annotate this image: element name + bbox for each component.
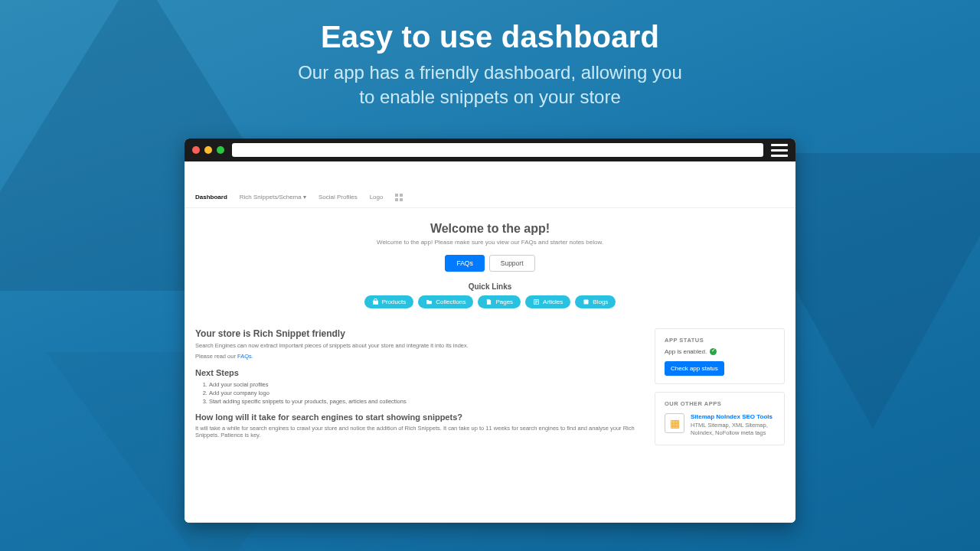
list-item: Add your social profiles [209, 381, 647, 388]
quick-link-pages[interactable]: Pages [478, 295, 521, 308]
welcome-subtext: Welcome to the app! Please make sure you… [192, 239, 788, 246]
other-apps-label: OUR OTHER APPS [665, 400, 775, 407]
check-app-status-button[interactable]: Check app status [665, 361, 724, 376]
url-bar[interactable] [232, 143, 763, 157]
welcome-heading: Welcome to the app! [192, 222, 788, 236]
list-item: Start adding specific snippets to your p… [209, 398, 647, 405]
page-icon [485, 298, 492, 305]
next-steps-heading: Next Steps [195, 368, 647, 377]
app-icon: ▦ [665, 413, 684, 433]
blog-icon [583, 298, 590, 305]
quick-link-blogs[interactable]: Blogs [575, 295, 616, 308]
app-status-text: App is enabled. [665, 348, 707, 355]
tab-logo[interactable]: Logo [370, 194, 384, 201]
quick-link-collections[interactable]: Collections [418, 295, 473, 308]
bag-icon [372, 298, 379, 305]
hero-subtitle: Our app has a friendly dashboard, allowi… [0, 60, 980, 110]
apps-grid-icon[interactable] [395, 194, 403, 201]
faqs-button[interactable]: FAQs [445, 255, 484, 272]
hero-title: Easy to use dashboard [0, 20, 980, 54]
browser-chrome [185, 139, 795, 161]
window-minimize-icon[interactable] [204, 146, 212, 154]
quick-link-articles[interactable]: Articles [525, 295, 570, 308]
browser-window: Dashboard Rich Snippets/Schema ▾ Social … [185, 139, 795, 523]
check-icon [710, 348, 717, 355]
other-apps-card: OUR OTHER APPS ▦ Sitemap NoIndex SEO Too… [655, 392, 785, 445]
main-para-2: Please read our FAQs. [195, 353, 647, 360]
nav-tabs: Dashboard Rich Snippets/Schema ▾ Social … [185, 191, 795, 208]
list-item: Add your company logo [209, 390, 647, 396]
tab-dashboard[interactable]: Dashboard [195, 194, 227, 201]
window-maximize-icon[interactable] [217, 146, 224, 154]
main-para-1: Search Engines can now extract important… [195, 342, 647, 350]
article-icon [533, 298, 540, 305]
other-app-title[interactable]: Sitemap NoIndex SEO Tools [691, 413, 775, 420]
svg-rect-0 [584, 300, 589, 305]
support-button[interactable]: Support [489, 255, 535, 272]
how-long-heading: How long will it take for search engines… [195, 412, 647, 422]
quick-links-title: Quick Links [192, 282, 788, 291]
window-close-icon[interactable] [192, 146, 200, 154]
faqs-link[interactable]: FAQs [237, 353, 252, 360]
tab-social-profiles[interactable]: Social Profiles [318, 194, 358, 201]
quick-link-products[interactable]: Products [364, 295, 414, 308]
other-app-desc: HTML Sitemap, XML Sitemap, NoIndex, NoFo… [691, 422, 775, 437]
tab-rich-snippets[interactable]: Rich Snippets/Schema ▾ [240, 194, 306, 201]
how-long-para: It will take a while for search engines … [195, 425, 647, 440]
main-heading-1: Your store is Rich Snippet friendly [195, 328, 647, 339]
folder-icon [426, 298, 433, 305]
next-steps-list: Add your social profiles Add your compan… [209, 381, 647, 405]
hamburger-icon[interactable] [771, 144, 788, 157]
app-status-card: APP STATUS App is enabled. Check app sta… [655, 328, 785, 384]
app-status-label: APP STATUS [665, 337, 775, 344]
